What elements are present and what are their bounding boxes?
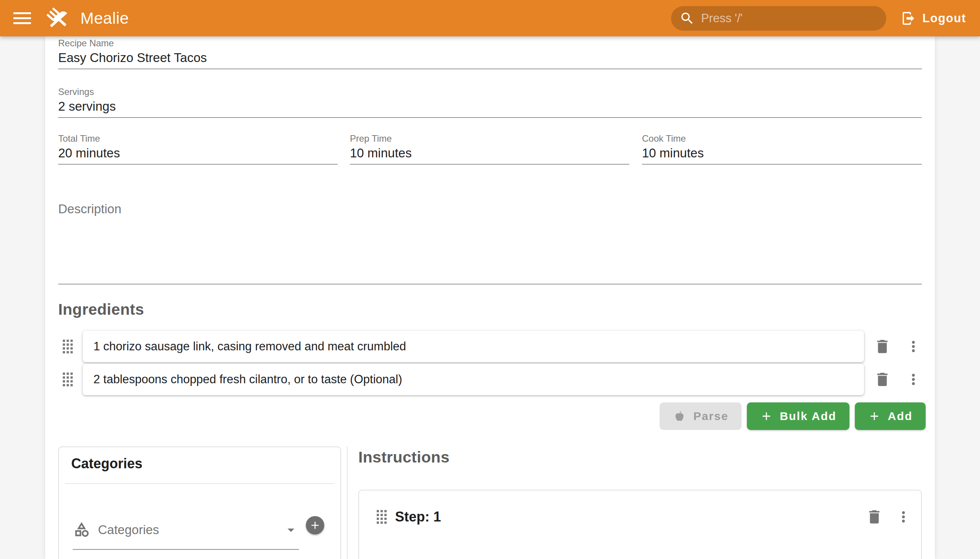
- mealie-logo-icon: [45, 6, 70, 31]
- cook-time-label: Cook Time: [642, 133, 922, 144]
- drag-handle-icon[interactable]: [377, 510, 387, 524]
- shapes-icon: [73, 521, 90, 539]
- ingredient-card: [83, 331, 864, 362]
- drag-handle-icon[interactable]: [63, 372, 73, 386]
- trash-icon: [874, 338, 891, 355]
- prep-time-input[interactable]: [350, 144, 630, 164]
- servings-input[interactable]: [58, 97, 922, 117]
- ingredient-input[interactable]: [93, 372, 853, 386]
- categories-select-placeholder: Categories: [98, 523, 283, 537]
- recipe-name-label: Recipe Name: [58, 38, 922, 49]
- delete-step-button[interactable]: [864, 507, 884, 527]
- step-header: Step: 1: [370, 505, 912, 529]
- total-time-field: Total Time: [58, 133, 338, 165]
- categories-card: Categories Categories: [58, 447, 341, 559]
- add-label: Add: [888, 410, 912, 423]
- bulk-add-button[interactable]: Bulk Add: [747, 402, 849, 430]
- total-time-label: Total Time: [58, 133, 338, 144]
- ingredient-actions: Parse Bulk Add Add: [58, 402, 925, 430]
- chevron-down-icon: [283, 522, 299, 538]
- categories-divider: [65, 483, 334, 484]
- app-header: Mealie Press '/' Logout: [0, 0, 980, 36]
- hamburger-menu-icon: [13, 12, 31, 14]
- step-menu-button[interactable]: [895, 507, 912, 527]
- description-field: [58, 197, 922, 284]
- delete-ingredient-button[interactable]: [873, 369, 892, 389]
- recipe-name-field: Recipe Name: [58, 38, 922, 69]
- ingredient-menu-button[interactable]: [905, 369, 922, 389]
- servings-label: Servings: [58, 86, 922, 97]
- instruction-step-card: Step: 1 Combine crumbled chorizo and chi…: [358, 490, 922, 559]
- cook-time-input[interactable]: [642, 144, 922, 164]
- step-title: Step: 1: [395, 509, 864, 525]
- logout-button[interactable]: Logout: [897, 5, 970, 32]
- plus-icon: [868, 410, 881, 423]
- apple-icon: [673, 409, 686, 423]
- plus-icon: [760, 410, 773, 423]
- delete-ingredient-button[interactable]: [873, 337, 892, 356]
- search-icon: [679, 11, 695, 26]
- hamburger-menu-button[interactable]: [12, 8, 33, 29]
- column-divider: [347, 447, 348, 559]
- ingredient-input[interactable]: [93, 340, 853, 353]
- trash-icon: [866, 508, 883, 526]
- add-button[interactable]: Add: [855, 402, 925, 430]
- total-time-input[interactable]: [58, 144, 338, 164]
- bulk-add-label: Bulk Add: [780, 410, 836, 423]
- trash-icon: [874, 370, 891, 388]
- dots-vertical-icon: [905, 338, 922, 355]
- parse-button[interactable]: Parse: [659, 402, 742, 430]
- dots-vertical-icon: [895, 508, 912, 525]
- plus-icon: [309, 519, 321, 531]
- servings-field: Servings: [58, 86, 922, 118]
- logout-label: Logout: [922, 12, 966, 25]
- ingredient-menu-button[interactable]: [905, 337, 922, 356]
- logout-icon: [901, 11, 916, 26]
- categories-select[interactable]: Categories: [73, 511, 299, 550]
- app-title: Mealie: [80, 9, 129, 28]
- recipe-editor-card: Recipe Name Servings Total Time Prep Tim…: [45, 36, 935, 559]
- ingredients-heading: Ingredients: [58, 301, 144, 319]
- prep-time-field: Prep Time: [350, 133, 630, 165]
- ingredient-row: [58, 331, 922, 362]
- drag-handle-icon[interactable]: [63, 340, 73, 353]
- search-input[interactable]: Press '/': [671, 6, 886, 31]
- parse-label: Parse: [693, 410, 729, 423]
- categories-title: Categories: [71, 456, 142, 472]
- description-textarea[interactable]: [58, 197, 922, 284]
- cook-time-field: Cook Time: [642, 133, 922, 165]
- ingredient-card: [83, 364, 864, 395]
- ingredient-row: [58, 364, 922, 395]
- add-category-button[interactable]: [306, 516, 324, 534]
- recipe-name-input[interactable]: [58, 49, 922, 69]
- instructions-heading: Instructions: [358, 448, 450, 466]
- mealie-recipe-editor: Mealie Press '/' Logout Recipe Name Serv…: [0, 0, 980, 559]
- search-placeholder: Press '/': [701, 12, 742, 25]
- prep-time-label: Prep Time: [350, 133, 630, 144]
- dots-vertical-icon: [905, 371, 922, 388]
